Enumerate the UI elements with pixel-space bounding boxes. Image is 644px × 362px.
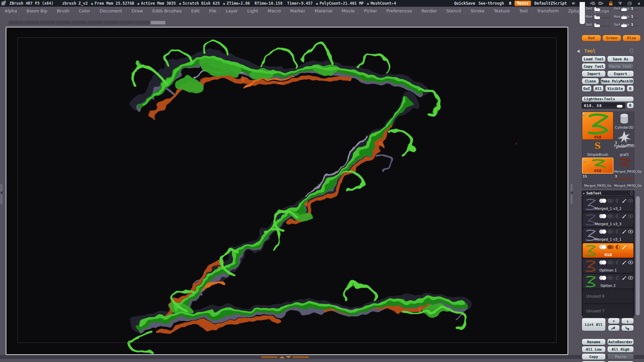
copy-subtool-button[interactable]: Copy [582, 353, 606, 360]
save-as-button[interactable]: Save As [607, 56, 634, 62]
scrub-left-icon[interactable] [570, 1, 576, 6]
menus-button[interactable]: Menus [515, 1, 531, 6]
green-button[interactable]: Green [602, 35, 621, 41]
rename-button[interactable]: Rename [582, 339, 606, 345]
palette-tab[interactable] [56, 21, 71, 24]
tool-thumb-018-small[interactable]: 6 018 [582, 158, 613, 174]
tool-thumb-graf3[interactable]: 3 graf3 [614, 141, 634, 157]
subtool-row-icons[interactable] [599, 245, 633, 250]
palette-tab[interactable] [119, 21, 134, 24]
tool-thumb-018-large[interactable]: 6 018 [582, 112, 613, 140]
subtool-palette-header[interactable]: ▸ SubTool [582, 190, 635, 196]
canvas-scroll-left-bar[interactable] [261, 356, 278, 358]
tool-thumb-cylinder3d[interactable]: Cylinder3D [614, 112, 634, 130]
subtool-row-icons[interactable] [599, 260, 633, 265]
right-dock-arrow-icon[interactable] [571, 191, 573, 194]
all-button[interactable]: All [593, 85, 604, 92]
palette-tab[interactable] [135, 21, 150, 24]
subtool-row-optinon-1[interactable]: Optinon 1 [583, 258, 634, 273]
goz-button[interactable]: GoZ [582, 85, 592, 92]
menu-alpha[interactable]: Alpha [0, 7, 22, 14]
menu-texture[interactable]: Texture [489, 7, 515, 14]
copy-tool-button[interactable]: Copy Tool [582, 63, 606, 70]
tool-r-button[interactable]: R [627, 102, 634, 109]
menu-movie[interactable]: Movie [337, 7, 359, 14]
menu-document[interactable]: Document [95, 7, 127, 14]
subtool-row-merged_1-v3_1[interactable]: Merged_1 v3_1 [583, 228, 634, 242]
slider-handle[interactable] [594, 8, 600, 11]
slider-handle[interactable] [621, 16, 627, 19]
menu-stencil[interactable]: Stencil [442, 7, 466, 14]
import-button[interactable]: Import [582, 70, 606, 77]
list-all-button[interactable]: List All [582, 318, 606, 331]
menu-tool[interactable]: Tool [515, 7, 532, 14]
default-zscript-button[interactable]: DefaultZScript [534, 1, 567, 6]
tool-thumb-merged-pm3d-1[interactable]: Merged_PM3D_Ge [614, 158, 634, 174]
menu-edit[interactable]: Edit [186, 7, 204, 14]
tool-thumb-merged-pm3d-3[interactable]: 3 Merged_PM3D_Ge [614, 174, 634, 188]
palette-tab[interactable] [151, 21, 165, 24]
subtool-move-down-button[interactable]: ↓ [621, 318, 634, 324]
menu-layer[interactable]: Layer [221, 7, 243, 14]
r-button[interactable]: R [627, 85, 634, 92]
menu-stroke[interactable]: Stroke [466, 7, 489, 14]
sat-exp-slider[interactable]: Sat Exp1 [614, 21, 639, 28]
palette-tab[interactable] [24, 21, 39, 24]
document-canvas[interactable] [6, 27, 568, 355]
subtool-scrollbar[interactable] [636, 196, 640, 315]
subtool-move-up-button[interactable]: ↑ [608, 318, 620, 324]
menu-picker[interactable]: Picker [359, 7, 382, 14]
tool-reset-icon[interactable] [629, 48, 634, 53]
menu-boom-bip[interactable]: Boom Bip [22, 7, 52, 14]
left-dock-arrow-icon[interactable] [0, 191, 2, 194]
canvas-zoom-down-icon[interactable] [286, 356, 291, 358]
menu-transform[interactable]: Transform [532, 7, 564, 14]
blue-button[interactable]: Blue [623, 35, 641, 41]
subtool-row-option-2[interactable]: Option 2 [583, 274, 634, 289]
autoreorder-button[interactable]: AutoReorder [607, 339, 634, 345]
menu-preferences[interactable]: Preferences [382, 7, 417, 14]
slider-handle[interactable] [594, 16, 600, 19]
hue-slider[interactable]: Hue0 [586, 13, 610, 20]
red-button[interactable]: Red [582, 35, 601, 41]
menu-render[interactable]: Render [417, 7, 442, 14]
current-tool-slider[interactable]: 018. 50 [582, 103, 625, 109]
subtool-row-icons[interactable] [599, 214, 633, 219]
menu-draw[interactable]: Draw [127, 7, 148, 14]
menu-file[interactable]: File [204, 7, 221, 14]
subtool-insert-button[interactable] [621, 325, 634, 331]
subtool-row-icons[interactable] [599, 198, 633, 203]
palette-tab[interactable] [72, 21, 87, 24]
sat-slider[interactable]: Sat0 [586, 21, 610, 28]
current-tool-slider-handle[interactable] [617, 105, 623, 108]
menu-marker[interactable]: Marker [285, 7, 310, 14]
menu-macro[interactable]: Macro [263, 7, 285, 14]
palette-tab[interactable] [40, 21, 55, 24]
int-slider[interactable]: Int0 [586, 5, 610, 12]
subtool-row-unused-6[interactable]: Unused 6 [583, 289, 634, 303]
tool-thumb-simplebrush[interactable]: S SimpleBrush [582, 141, 613, 157]
tool-thumb-merged-pm3d-2[interactable]: 15 Merged_PM3D_Ge [582, 174, 613, 188]
canvas-scroll-right-bar[interactable] [292, 356, 309, 358]
subtool-reset-icon[interactable] [629, 191, 633, 195]
subtool-row-merged_1-v3_3[interactable]: Merged_1 v3_3 [583, 212, 634, 227]
menu-material[interactable]: Material [310, 7, 337, 14]
slider-handle[interactable] [621, 24, 627, 27]
subtool-row-merged_1-v3_2[interactable]: Merged_1 v3_2 [583, 197, 634, 212]
see-through-slider[interactable]: See-through 0 [478, 1, 511, 6]
menu-edds-brushes[interactable]: Edds Brushes [148, 7, 186, 14]
subtool-row-icons[interactable] [599, 229, 633, 234]
subtool-row-unused-7[interactable]: Unused 7 [583, 304, 634, 318]
menu-color[interactable]: Color [74, 7, 95, 14]
export-button[interactable]: Export [607, 70, 634, 77]
menu-light[interactable]: Light [243, 7, 263, 14]
clone-button[interactable]: Clone [582, 78, 599, 84]
int-exp-slider[interactable]: Int Exp1 [614, 5, 639, 12]
slider-handle[interactable] [594, 24, 600, 27]
subtool-row-018[interactable]: 018 [583, 243, 634, 258]
all-high-button[interactable]: All High [607, 346, 634, 353]
canvas-zoom-up-icon[interactable] [279, 356, 285, 358]
palette-tab[interactable] [9, 21, 23, 24]
palette-tab[interactable] [103, 21, 118, 24]
visible-button[interactable]: Visible [605, 85, 625, 92]
